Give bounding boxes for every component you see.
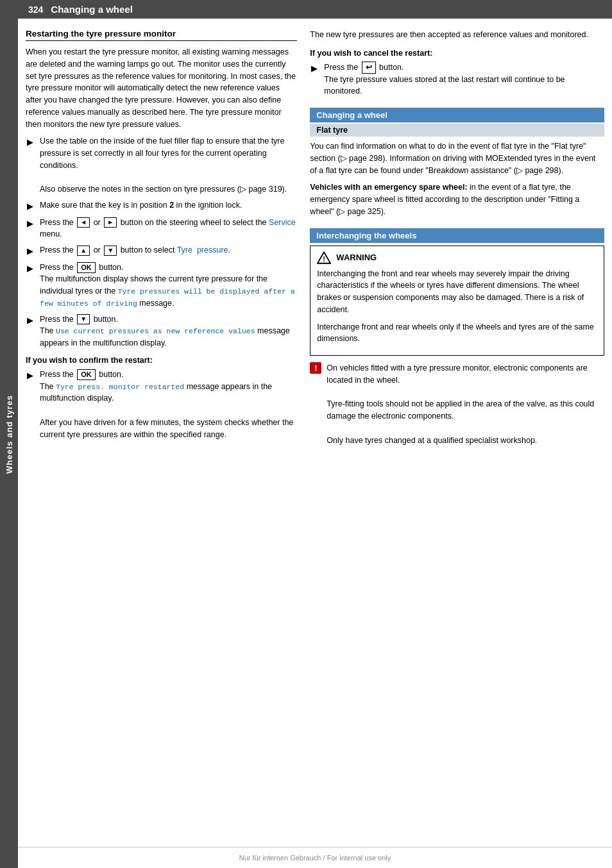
- confirm-section: If you wish to confirm the restart: ▶ Pr…: [26, 356, 297, 441]
- list-item: ▶ Press the OK button. The Tyre press. m…: [26, 369, 297, 441]
- bullet-content: Press the OK button. The multifunction d…: [40, 262, 297, 310]
- left-section-heading: Restarting the tyre pressure monitor: [26, 29, 297, 41]
- bullet-subtext: The Tyre press. monitor restarted messag…: [40, 382, 272, 403]
- main-content: 324 Changing a wheel Restarting the tyre…: [18, 0, 612, 868]
- warning-text2: Interchange front and rear wheels only i…: [317, 321, 597, 346]
- list-item: ▶ Press the OK button. The multifunction…: [26, 262, 297, 310]
- bullet-arrow-icon: ▶: [27, 217, 37, 230]
- flat-tyre-body: You can find information on what to do i…: [310, 140, 604, 176]
- up-arrow-button-icon: ▲: [77, 246, 90, 256]
- mono-message2: Use current pressures as new reference v…: [56, 327, 255, 335]
- warning-box: ! WARNING Interchanging the front and re…: [310, 246, 604, 356]
- down-arrow2-button-icon: ▼: [77, 314, 90, 324]
- bullet-content: Press the ▲ or ▼ button to select Tyre p…: [40, 244, 297, 256]
- list-item: ▶ Press the ▼ button. The Use current pr…: [26, 313, 297, 349]
- flat-tyre-divider: Flat tyre: [310, 124, 604, 137]
- interchanging-divider: Interchanging the wheels: [310, 228, 604, 243]
- bullet-arrow-icon: ▶: [27, 262, 37, 275]
- tyre-pressure-highlight: Tyre pressure: [177, 246, 228, 255]
- bullet-content: Use the table on the inside of the fuel …: [40, 135, 297, 196]
- mono-message3: Tyre press. monitor restarted: [56, 383, 184, 391]
- page-container: Wheels and tyres 324 Changing a wheel Re…: [0, 0, 612, 868]
- bullet-subtext: Also observe the notes in the section on…: [40, 185, 287, 194]
- list-item: ▶ Make sure that the key is in position …: [26, 199, 297, 213]
- mono-message: Tyre pressures will be displayed after a…: [40, 287, 295, 308]
- confirm-heading: If you wish to confirm the restart:: [26, 356, 297, 365]
- bullet-subtext: The multifunction display shows the curr…: [40, 274, 295, 308]
- bullet-subtext: The Use current pressures as new referen…: [40, 326, 290, 347]
- bullet-arrow-icon: ▶: [27, 245, 37, 258]
- bullet-content: Press the ↩ button. The tyre pressure va…: [324, 62, 604, 97]
- bullet-content: Make sure that the key is in position 2 …: [40, 199, 297, 212]
- warning-label: WARNING: [336, 253, 377, 262]
- intro-text: When you restart the tyre pressure monit…: [26, 46, 297, 130]
- list-item: ▶ Use the table on the inside of the fue…: [26, 135, 297, 196]
- bullet-content: Press the ▼ button. The Use current pres…: [40, 313, 297, 349]
- bullet-text: Use the table on the inside of the fuel …: [40, 137, 284, 170]
- list-item: ▶ Press the ◄ or ► button on the steerin…: [26, 217, 297, 241]
- bullet-arrow-icon: ▶: [27, 200, 37, 213]
- bullet-arrow-icon: ▶: [27, 136, 37, 149]
- info-content: On vehicles fitted with a tyre pressure …: [327, 362, 604, 446]
- ok-button-icon: OK: [77, 262, 96, 273]
- vehicles-heading: Vehicles with an emergency spare wheel:: [310, 183, 467, 192]
- sidebar-label: Wheels and tyres: [4, 395, 14, 474]
- header-bar: 324 Changing a wheel: [18, 0, 612, 19]
- page-number: 324: [28, 4, 43, 15]
- content-columns: Restarting the tyre pressure monitor Whe…: [18, 19, 612, 458]
- down-arrow-button-icon: ▼: [104, 246, 117, 256]
- changing-wheel-section: Changing a wheel Flat tyre You can find …: [310, 108, 604, 218]
- list-item: ▶ Press the ↩ button. The tyre pressure …: [310, 62, 604, 97]
- warning-header: ! WARNING: [317, 251, 597, 264]
- svg-text:!: !: [323, 255, 326, 263]
- page-title: Changing a wheel: [51, 4, 133, 15]
- service-menu-highlight: Service: [269, 218, 296, 227]
- bullet-arrow-icon: ▶: [27, 369, 37, 382]
- bullet-subtext: The tyre pressure values stored at the l…: [324, 75, 565, 96]
- confirm-bullet-list: ▶ Press the OK button. The Tyre press. m…: [26, 369, 297, 441]
- cancel-heading: If you wish to cancel the restart:: [310, 49, 604, 58]
- vehicles-text: Vehicles with an emergency spare wheel: …: [310, 181, 604, 217]
- bullet-arrow-icon: ▶: [311, 62, 321, 75]
- accepted-text: The new tyre pressures are then accepted…: [310, 29, 604, 41]
- interchanging-section: Interchanging the wheels ! WARNING Inter…: [310, 228, 604, 447]
- cancel-bullet-list: ▶ Press the ↩ button. The tyre pressure …: [310, 62, 604, 97]
- back-button-icon: ↩: [362, 62, 376, 73]
- sidebar: Wheels and tyres: [0, 0, 18, 868]
- bullet-content: Press the OK button. The Tyre press. mon…: [40, 369, 297, 441]
- footer: Nur für internen Gebrauch / For internal…: [18, 847, 612, 868]
- info-note: ! On vehicles fitted with a tyre pressur…: [310, 362, 604, 446]
- bullet-list: ▶ Use the table on the inside of the fue…: [26, 135, 297, 349]
- bullet-arrow-icon: ▶: [27, 314, 37, 327]
- right-column: The new tyre pressures are then accepted…: [310, 29, 604, 451]
- warning-triangle-icon: !: [317, 251, 331, 264]
- list-item: ▶ Press the ▲ or ▼ button to select Tyre…: [26, 244, 297, 258]
- bullet-subtext2: After you have driven for a few minutes,…: [40, 418, 293, 439]
- ok2-button-icon: OK: [77, 369, 96, 380]
- bullet-content: Press the ◄ or ► button on the steering …: [40, 217, 297, 241]
- info-exclamation-icon: !: [310, 362, 321, 374]
- warning-text1: Interchanging the front and rear wheels …: [317, 268, 597, 316]
- left-column: Restarting the tyre pressure monitor Whe…: [26, 29, 297, 451]
- right-arrow-button-icon: ►: [104, 217, 117, 228]
- changing-wheel-divider: Changing a wheel: [310, 108, 604, 122]
- left-arrow-button-icon: ◄: [77, 217, 90, 228]
